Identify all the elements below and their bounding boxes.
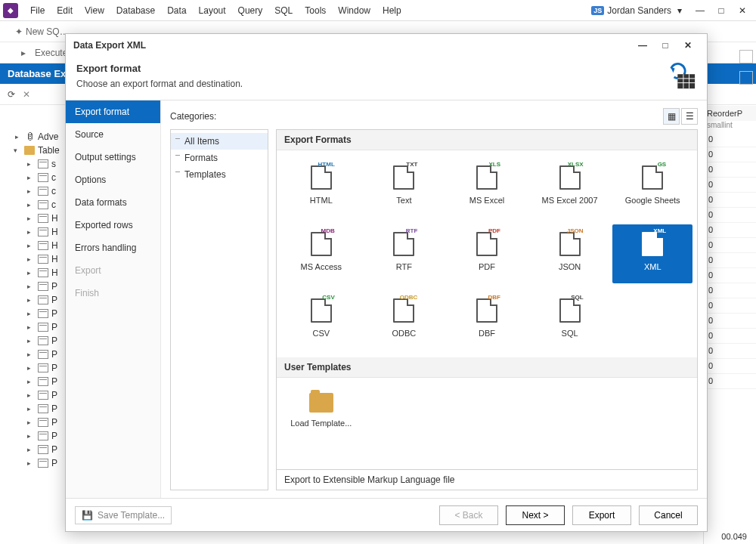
minimize-button[interactable]: — bbox=[689, 2, 711, 20]
template-load[interactable]: Load Template... bbox=[281, 385, 361, 444]
refresh-icon[interactable]: ⟳ bbox=[8, 89, 15, 100]
format-pdf[interactable]: PDFPDF bbox=[447, 224, 527, 283]
tab-new-sql[interactable]: ✦ New SQ… bbox=[15, 26, 69, 37]
grid-cell[interactable]: 0 bbox=[704, 314, 756, 329]
wizard-step-options[interactable]: Options bbox=[66, 168, 160, 191]
export-button[interactable]: Export bbox=[572, 505, 631, 525]
format-label: MS Excel bbox=[469, 196, 504, 205]
template-label: Load Template... bbox=[290, 419, 352, 428]
format-html[interactable]: HTMLHTML bbox=[281, 158, 361, 217]
format-odbc[interactable]: ODBCODBC bbox=[364, 291, 445, 350]
format-ms-excel[interactable]: XLSMS Excel bbox=[447, 158, 527, 217]
menu-edit[interactable]: Edit bbox=[51, 2, 79, 19]
wizard-step-export-format[interactable]: Export format bbox=[66, 100, 160, 123]
format-xml[interactable]: XMLXML bbox=[612, 224, 692, 283]
grid-cell[interactable]: 0 bbox=[704, 223, 756, 238]
format-google-sheets[interactable]: GSGoogle Sheets bbox=[612, 158, 692, 217]
next-button[interactable]: Next > bbox=[506, 505, 565, 525]
format-label: XML bbox=[644, 262, 662, 271]
user-name[interactable]: Jordan Sanders bbox=[607, 5, 671, 16]
close-button[interactable]: ✕ bbox=[732, 2, 753, 20]
file-icon: XLSX bbox=[559, 165, 581, 190]
execute-button[interactable]: Execute bbox=[35, 48, 67, 58]
category-list[interactable]: All ItemsFormatsTemplates bbox=[170, 129, 268, 490]
grid-cell[interactable]: 0 bbox=[704, 162, 756, 178]
menu-data[interactable]: Data bbox=[161, 2, 192, 19]
right-tool-rail bbox=[736, 45, 756, 85]
menu-window[interactable]: Window bbox=[332, 2, 376, 19]
wizard-step-exported-rows[interactable]: Exported rows bbox=[66, 214, 160, 236]
wizard-step-errors-handling[interactable]: Errors handling bbox=[66, 236, 160, 259]
dialog-header-sub: Choose an export format and destination. bbox=[76, 79, 696, 89]
wizard-step-finish: Finish bbox=[66, 282, 160, 304]
view-toggle: ▦ ☰ bbox=[663, 108, 698, 125]
format-ms-excel-2007[interactable]: XLSXMS Excel 2007 bbox=[530, 158, 610, 217]
dialog-close-button[interactable]: ✕ bbox=[677, 36, 699, 54]
grid-cell[interactable]: 0 bbox=[704, 208, 756, 223]
wizard-step-output-settings[interactable]: Output settings bbox=[66, 146, 160, 168]
rail-icon[interactable] bbox=[739, 50, 753, 63]
format-label: PDF bbox=[479, 262, 495, 271]
cancel-button[interactable]: Cancel bbox=[639, 505, 698, 525]
wizard-step-data-formats[interactable]: Data formats bbox=[66, 191, 160, 214]
file-icon: CSV bbox=[311, 298, 332, 323]
grid-cell[interactable]: 0 bbox=[704, 359, 756, 374]
rail-icon[interactable] bbox=[739, 71, 753, 85]
grid-cell[interactable]: 0 bbox=[704, 132, 756, 147]
grid-cell[interactable]: 0 bbox=[704, 329, 756, 344]
grid-cell[interactable]: 0 bbox=[704, 283, 756, 298]
format-ms-access[interactable]: MDBMS Access bbox=[281, 224, 361, 283]
dialog-maximize-button[interactable]: □ bbox=[654, 36, 677, 54]
grid-cell[interactable]: 0 bbox=[704, 193, 756, 208]
dialog-title: Data Export XML bbox=[73, 40, 146, 51]
dialog-header: Export format Choose an export format an… bbox=[66, 57, 707, 100]
format-text[interactable]: TXTText bbox=[364, 158, 445, 217]
grid-cell[interactable]: 0 bbox=[704, 344, 756, 359]
user-dropdown-icon[interactable]: ▾ bbox=[677, 5, 682, 16]
grid-cell[interactable]: 0 bbox=[704, 238, 756, 253]
menu-layout[interactable]: Layout bbox=[193, 2, 232, 19]
view-grid-button[interactable]: ▦ bbox=[663, 108, 680, 125]
back-button[interactable]: < Back bbox=[439, 505, 498, 525]
format-rtf[interactable]: RTFRTF bbox=[364, 224, 445, 283]
dialog-header-title: Export format bbox=[76, 63, 696, 74]
format-label: RTF bbox=[396, 262, 412, 271]
toolbar-icon[interactable]: ▸ bbox=[21, 48, 26, 58]
format-label: Google Sheets bbox=[625, 196, 680, 205]
formats-panel: Export Formats HTMLHTMLTXTTextXLSMS Exce… bbox=[276, 129, 698, 470]
category-templates[interactable]: Templates bbox=[171, 166, 268, 183]
user-badge: JS bbox=[591, 6, 604, 15]
grid-cell[interactable]: 0 bbox=[704, 253, 756, 268]
format-csv[interactable]: CSVCSV bbox=[281, 291, 361, 350]
save-template-button[interactable]: 💾 Save Template... bbox=[75, 506, 172, 524]
wizard-step-source[interactable]: Source bbox=[66, 123, 160, 146]
format-description: Export to Extensible Markup Language fil… bbox=[276, 470, 698, 490]
grid-column-header[interactable]: ReorderP bbox=[704, 106, 756, 121]
menu-help[interactable]: Help bbox=[376, 2, 407, 19]
view-list-button[interactable]: ☰ bbox=[681, 108, 698, 125]
format-label: Text bbox=[396, 196, 411, 205]
format-sql[interactable]: SQLSQL bbox=[530, 291, 610, 350]
menu-view[interactable]: View bbox=[79, 2, 110, 19]
category-formats[interactable]: Formats bbox=[171, 150, 268, 166]
menu-query[interactable]: Query bbox=[232, 2, 269, 19]
grid-cell[interactable]: 0 bbox=[704, 178, 756, 193]
category-all-items[interactable]: All Items bbox=[171, 133, 268, 150]
maximize-button[interactable]: □ bbox=[711, 2, 732, 20]
menu-tools[interactable]: Tools bbox=[299, 2, 332, 19]
grid-cell[interactable]: 0 bbox=[704, 298, 756, 314]
folder-icon bbox=[309, 393, 333, 413]
file-icon: GS bbox=[642, 165, 663, 190]
close-panel-icon[interactable]: ✕ bbox=[23, 89, 30, 100]
dialog-minimize-button[interactable]: — bbox=[631, 36, 654, 54]
format-json[interactable]: JSONJSON bbox=[530, 224, 610, 283]
format-label: MS Excel 2007 bbox=[542, 196, 598, 205]
format-dbf[interactable]: DBFDBF bbox=[447, 291, 527, 350]
menu-database[interactable]: Database bbox=[110, 2, 161, 19]
grid-cell[interactable]: 0 bbox=[704, 268, 756, 283]
menu-sql[interactable]: SQL bbox=[268, 2, 299, 19]
section-export-formats: Export Formats bbox=[277, 130, 697, 150]
grid-cell[interactable]: 0 bbox=[704, 147, 756, 162]
menu-file[interactable]: File bbox=[24, 2, 51, 19]
grid-cell[interactable]: 0 bbox=[704, 374, 756, 389]
